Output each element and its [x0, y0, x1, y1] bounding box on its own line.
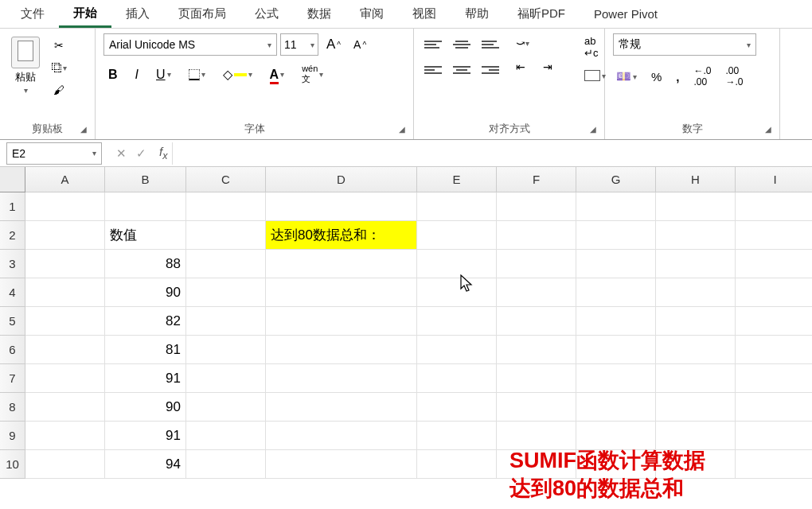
increase-indent-button[interactable]: ⇥ — [543, 57, 565, 76]
cell-D1[interactable] — [266, 192, 417, 221]
cell-C7[interactable] — [186, 364, 266, 393]
cell-E3[interactable] — [417, 250, 497, 278]
cell-F7[interactable] — [497, 364, 576, 393]
percent-button[interactable]: % — [648, 64, 665, 89]
cell-C4[interactable] — [186, 278, 266, 307]
cell-D5[interactable] — [266, 307, 417, 336]
cell-I9[interactable] — [736, 422, 812, 450]
col-header-G[interactable]: G — [576, 167, 656, 192]
cell-A7[interactable] — [25, 364, 105, 393]
cell-C10[interactable] — [186, 450, 266, 479]
cell-B3[interactable]: 88 — [105, 250, 186, 278]
decrease-indent-button[interactable]: ⇤ — [516, 57, 538, 76]
tab-foxit-pdf[interactable]: 福昕PDF — [503, 2, 580, 26]
cell-C6[interactable] — [186, 336, 266, 364]
align-middle-button[interactable] — [451, 33, 473, 56]
col-header-D[interactable]: D — [266, 167, 417, 192]
decrease-decimal-button[interactable]: .00→.0 — [723, 64, 747, 89]
cell-E6[interactable] — [417, 336, 497, 364]
cell-E4[interactable] — [417, 278, 497, 307]
border-button[interactable]: ▾ — [184, 68, 210, 82]
cell-F3[interactable] — [497, 250, 576, 278]
number-format-select[interactable]: 常规 ▾ — [613, 33, 756, 56]
cell-B5[interactable]: 82 — [105, 307, 186, 336]
tab-home[interactable]: 开始 — [59, 1, 111, 28]
cell-B10[interactable]: 94 — [105, 450, 186, 479]
cell-H2[interactable] — [656, 221, 736, 250]
comma-button[interactable]: , — [673, 64, 682, 89]
bold-button[interactable]: B — [103, 66, 123, 84]
tab-help[interactable]: 帮助 — [451, 2, 503, 26]
col-header-E[interactable]: E — [417, 167, 497, 192]
cancel-formula-button[interactable]: ✕ — [116, 146, 127, 161]
enter-formula-button[interactable]: ✓ — [136, 146, 146, 161]
decrease-font-button[interactable]: A^ — [349, 37, 371, 52]
cell-E9[interactable] — [417, 422, 497, 450]
cell-B2[interactable]: 数值 — [105, 221, 186, 250]
row-header-5[interactable]: 5 — [0, 307, 25, 336]
cell-G2[interactable] — [576, 221, 656, 250]
cell-C5[interactable] — [186, 307, 266, 336]
cell-C2[interactable] — [186, 221, 266, 250]
cell-B9[interactable]: 91 — [105, 422, 186, 450]
cell-A8[interactable] — [25, 393, 105, 422]
cell-A10[interactable] — [25, 450, 105, 479]
row-header-7[interactable]: 7 — [0, 364, 25, 393]
cell-F2[interactable] — [497, 221, 576, 250]
cell-B7[interactable]: 91 — [105, 364, 186, 393]
cell-D4[interactable] — [266, 278, 417, 307]
clipboard-dialog-launcher[interactable]: ◢ — [80, 125, 92, 136]
tab-file[interactable]: 文件 — [6, 2, 59, 26]
cell-A9[interactable] — [25, 422, 105, 450]
row-header-9[interactable]: 9 — [0, 422, 25, 450]
cell-F4[interactable] — [497, 278, 576, 307]
format-painter-button[interactable]: 🖌 — [49, 81, 68, 99]
cell-G8[interactable] — [576, 393, 656, 422]
font-dialog-launcher[interactable]: ◢ — [399, 125, 410, 136]
cell-B4[interactable]: 90 — [105, 278, 186, 307]
cell-H8[interactable] — [656, 393, 736, 422]
cell-G6[interactable] — [576, 336, 656, 364]
col-header-I[interactable]: I — [736, 167, 812, 192]
row-header-10[interactable]: 10 — [0, 450, 25, 479]
col-header-C[interactable]: C — [186, 167, 266, 192]
tab-formulas[interactable]: 公式 — [240, 2, 293, 26]
cell-G1[interactable] — [576, 192, 656, 221]
cell-H3[interactable] — [656, 250, 736, 278]
formula-bar[interactable] — [172, 142, 812, 165]
number-dialog-launcher[interactable]: ◢ — [765, 125, 776, 136]
row-header-1[interactable]: 1 — [0, 192, 25, 221]
cell-A3[interactable] — [25, 250, 105, 278]
cell-I4[interactable] — [736, 278, 812, 307]
cell-E1[interactable] — [417, 192, 497, 221]
cell-G3[interactable] — [576, 250, 656, 278]
cell-B6[interactable]: 81 — [105, 336, 186, 364]
fill-color-button[interactable]: ◇▾ — [218, 65, 257, 84]
cell-D10[interactable] — [266, 450, 417, 479]
italic-button[interactable]: I — [131, 66, 143, 84]
underline-button[interactable]: U▾ — [151, 66, 176, 84]
select-all-corner[interactable] — [0, 167, 25, 192]
phonetic-guide-button[interactable]: wén文▾ — [297, 62, 328, 87]
cell-F6[interactable] — [497, 336, 576, 364]
cell-I2[interactable] — [736, 221, 812, 250]
copy-button[interactable]: ⿻▾ — [49, 59, 68, 76]
cell-F8[interactable] — [497, 393, 576, 422]
accounting-format-button[interactable]: 💷▾ — [613, 64, 640, 89]
cell-E5[interactable] — [417, 307, 497, 336]
row-header-6[interactable]: 6 — [0, 336, 25, 364]
cell-H5[interactable] — [656, 307, 736, 336]
cell-A6[interactable] — [25, 336, 105, 364]
fx-icon[interactable]: fx — [154, 145, 172, 161]
col-header-H[interactable]: H — [656, 167, 736, 192]
cell-D8[interactable] — [266, 393, 417, 422]
cell-H9[interactable] — [656, 422, 736, 450]
cell-E2[interactable] — [417, 221, 497, 250]
cell-I8[interactable] — [736, 393, 812, 422]
align-right-button[interactable] — [479, 59, 502, 81]
cell-I6[interactable] — [736, 336, 812, 364]
align-left-button[interactable] — [422, 59, 444, 81]
alignment-dialog-launcher[interactable]: ◢ — [590, 125, 601, 136]
cell-D2[interactable]: 达到80数据总和： — [266, 221, 417, 250]
cell-G10[interactable] — [576, 450, 656, 479]
